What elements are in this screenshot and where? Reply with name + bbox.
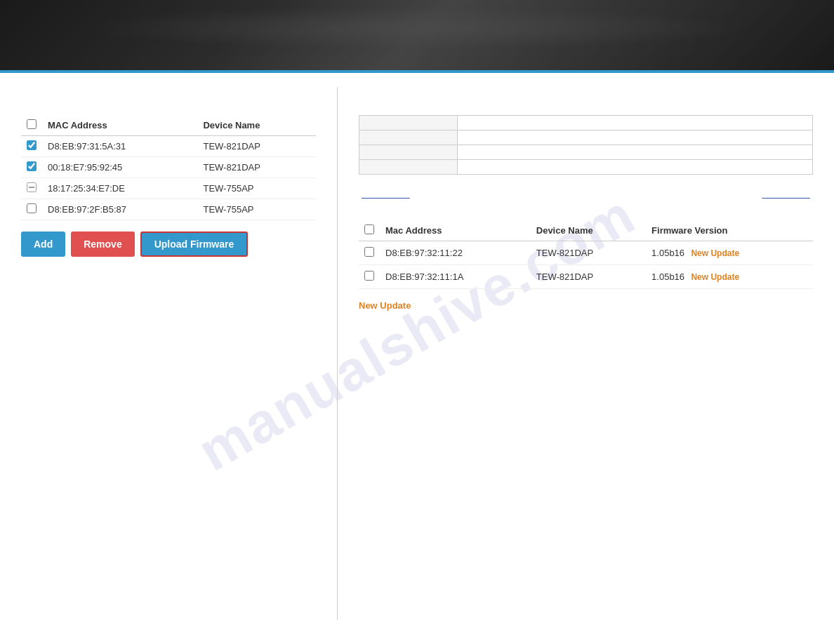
firmware-checkbox-0[interactable]: [364, 247, 374, 257]
device-mac-cell: 00:18:E7:95:92:45: [42, 157, 197, 178]
info-table-row: [359, 130, 813, 145]
fw-mac-cell: D8:EB:97:32:11:1A: [380, 265, 531, 289]
firmware-checkbox-1[interactable]: [364, 271, 374, 281]
fw-version-cell: 1.05b16 New Update: [646, 265, 813, 289]
left-panel: MAC Address Device Name D8:EB:97:31:5A:3…: [21, 87, 316, 620]
device-checkbox-1[interactable]: [27, 161, 37, 171]
new-update-badge: New Update: [689, 248, 739, 258]
footer-new-update: New Update: [359, 300, 813, 318]
device-checkbox-0[interactable]: [27, 140, 37, 150]
firmware-table: Mac Address Device Name Firmware Version…: [359, 220, 813, 289]
info-table-row: [359, 160, 813, 175]
info-value-cell: [458, 130, 813, 145]
info-table-row: [359, 116, 813, 130]
fw-device-header: Device Name: [531, 220, 646, 241]
info-table-row: [359, 145, 813, 160]
info-table: [359, 115, 813, 175]
device-name-cell: TEW-755AP: [197, 199, 316, 220]
device-table-row: 18:17:25:34:E7:DETEW-755AP: [21, 178, 316, 199]
left-link[interactable]: [362, 189, 410, 199]
firmware-table-row: D8:EB:97:32:11:1ATEW-821DAP1.05b16 New U…: [359, 265, 813, 289]
fw-name-cell: TEW-821DAP: [531, 265, 646, 289]
fw-version-cell: 1.05b16 New Update: [646, 241, 813, 265]
device-name-cell: TEW-821DAP: [197, 136, 316, 157]
device-name-cell: TEW-821DAP: [197, 157, 316, 178]
action-buttons: Add Remove Upload Firmware: [21, 232, 316, 257]
info-value-cell: [458, 145, 813, 160]
firmware-select-all[interactable]: [364, 224, 374, 234]
right-panel: Mac Address Device Name Firmware Version…: [359, 87, 813, 620]
mac-address-header: MAC Address: [42, 115, 197, 136]
add-button[interactable]: Add: [21, 232, 65, 257]
device-name-header: Device Name: [197, 115, 316, 136]
fw-mac-header: Mac Address: [380, 220, 531, 241]
header-banner: [0, 0, 834, 70]
device-checkbox-2[interactable]: [27, 182, 37, 192]
device-table-row: D8:EB:97:31:5A:31TEW-821DAP: [21, 136, 316, 157]
device-mac-cell: 18:17:25:34:E7:DE: [42, 178, 197, 199]
device-table-row: 00:18:E7:95:92:45TEW-821DAP: [21, 157, 316, 178]
new-update-badge: New Update: [689, 272, 739, 282]
info-value-cell: [458, 116, 813, 130]
right-link[interactable]: [762, 189, 810, 199]
links-area: [359, 189, 813, 199]
table-header-row: MAC Address Device Name: [21, 115, 316, 136]
device-name-cell: TEW-755AP: [197, 178, 316, 199]
info-label-cell: [359, 145, 458, 160]
upload-firmware-button[interactable]: Upload Firmware: [140, 232, 249, 257]
info-label-cell: [359, 160, 458, 175]
info-label-cell: [359, 116, 458, 130]
device-checkbox-3[interactable]: [27, 203, 37, 213]
firmware-table-row: D8:EB:97:32:11:22TEW-821DAP1.05b16 New U…: [359, 241, 813, 265]
panel-divider: [337, 87, 338, 620]
info-label-cell: [359, 130, 458, 145]
info-value-cell: [458, 160, 813, 175]
remove-button[interactable]: Remove: [71, 232, 134, 257]
fw-mac-cell: D8:EB:97:32:11:22: [380, 241, 531, 265]
fw-version-header: Firmware Version: [646, 220, 813, 241]
device-mac-cell: D8:EB:97:31:5A:31: [42, 136, 197, 157]
device-table: MAC Address Device Name D8:EB:97:31:5A:3…: [21, 115, 316, 220]
device-table-row: D8:EB:97:2F:B5:87TEW-755AP: [21, 199, 316, 220]
firmware-table-header-row: Mac Address Device Name Firmware Version: [359, 220, 813, 241]
fw-name-cell: TEW-821DAP: [531, 241, 646, 265]
select-all-checkbox[interactable]: [27, 119, 37, 129]
device-mac-cell: D8:EB:97:2F:B5:87: [42, 199, 197, 220]
